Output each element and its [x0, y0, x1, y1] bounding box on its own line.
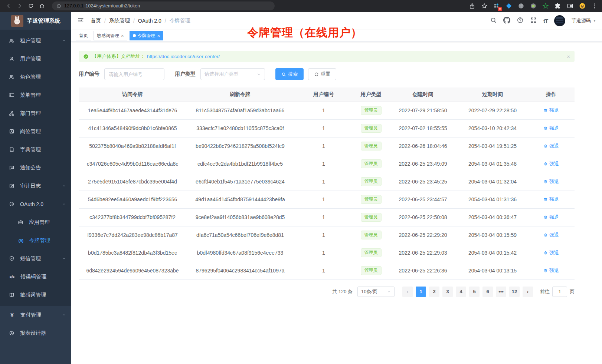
share-icon[interactable]: [468, 2, 476, 10]
gray-circle-extension-icon[interactable]: [517, 2, 525, 10]
github-icon[interactable]: [503, 17, 510, 25]
extension-grid-icon[interactable]: 9: [493, 2, 500, 10]
browser-reload-button[interactable]: [26, 1, 36, 10]
close-icon[interactable]: ×: [121, 33, 124, 38]
sidebar-item-report-designer[interactable]: 报表设计器: [0, 324, 71, 342]
doc-link[interactable]: https://doc.iocoder.cn/user-center/: [147, 54, 220, 59]
sidebar-item-sensitive-word[interactable]: 敏感词管理: [0, 286, 71, 304]
next-page-button[interactable]: ›: [523, 287, 533, 297]
sidebar-item-tenant[interactable]: 租户管理: [0, 32, 71, 50]
sidebar-item-oauth[interactable]: OAuth 2.0: [0, 195, 71, 213]
trash-icon: [543, 233, 548, 237]
caret-down-icon: ▼: [593, 19, 596, 23]
sidebar-item-post[interactable]: 岗位管理: [0, 122, 71, 140]
book-icon: [9, 147, 14, 152]
tab-sensitive-word[interactable]: 敏感词管理×: [94, 31, 127, 40]
force-logout-link[interactable]: 强退: [543, 143, 559, 149]
breadcrumb-oauth[interactable]: OAuth 2.0: [138, 18, 161, 24]
sidebar-item-notice[interactable]: 通知公告: [0, 159, 71, 177]
refresh-token-value: 8796295f04064c2983414cc54af1097a: [196, 268, 284, 274]
user-id-input[interactable]: [104, 68, 164, 80]
shield-check-icon: [9, 256, 14, 261]
sidebar-item-audit-log[interactable]: 审计日志: [0, 177, 71, 195]
user-menu[interactable]: 芋道源码▼: [572, 17, 596, 24]
font-size-icon[interactable]: tT: [543, 18, 548, 24]
diamond-extension-icon[interactable]: [505, 2, 513, 10]
alert-close-icon[interactable]: ×: [567, 53, 570, 60]
browser-forward-button[interactable]: [15, 1, 24, 10]
browser-menu-icon[interactable]: [591, 2, 598, 10]
user-type-badge: 管理员: [361, 213, 382, 222]
search-icon: [281, 72, 286, 77]
access-token-value: c342377bf8b344799dcbf7bf095287f2: [89, 214, 176, 220]
table-row: f9336e7c7dd242a283ee98dc86b17a87 dfa6c71…: [79, 226, 575, 244]
access-token-value: 41c41346a548490f9dc8b01c6bfe0865: [88, 125, 177, 131]
split-screen-icon[interactable]: [566, 2, 574, 10]
sidebar-item-oauth-token[interactable]: (A) 令牌管理: [0, 231, 71, 249]
fullscreen-icon[interactable]: [530, 17, 537, 25]
force-logout-link[interactable]: 强退: [543, 125, 559, 132]
force-logout-link[interactable]: 强退: [543, 249, 559, 256]
page-button-5[interactable]: 5: [469, 287, 480, 297]
site-info-icon[interactable]: [56, 4, 61, 9]
page-button-12[interactable]: 12: [509, 287, 520, 297]
avatar[interactable]: [554, 15, 565, 26]
reset-button[interactable]: 重置: [308, 68, 336, 80]
prev-page-button[interactable]: ‹: [402, 287, 413, 297]
breadcrumb-home[interactable]: 首页: [91, 17, 101, 24]
sidebar-item-dept[interactable]: 部门管理: [0, 104, 71, 122]
col-access-token: 访问令牌: [79, 87, 186, 102]
app-logo: 芋道管理系统: [0, 12, 71, 30]
green-star-extension-icon[interactable]: [542, 2, 549, 10]
page-button-6[interactable]: 6: [482, 287, 493, 297]
sidebar-item-sms[interactable]: 短信管理: [0, 249, 71, 268]
page-button-4[interactable]: 4: [456, 287, 466, 297]
browser-back-button[interactable]: [4, 1, 13, 10]
refresh-token-value: dfa6c71a50a54c66bef706ef9e6e8d81: [196, 232, 284, 238]
force-logout-link[interactable]: 强退: [543, 232, 559, 238]
refresh-token-value: cdfc4ce9c2da4bb1bdf21b9918ff4be5: [197, 161, 283, 167]
browser-home-button[interactable]: [37, 1, 47, 10]
table-row: c347026e805e4d99b0d116eae66eda8c cdfc4ce…: [79, 155, 575, 173]
expire-time-value: 2054-03-04 00:13:15: [468, 268, 517, 274]
search-button[interactable]: 搜索: [275, 68, 304, 80]
sidebar-item-dict[interactable]: 字典管理: [0, 140, 71, 159]
force-logout-link[interactable]: 强退: [543, 214, 559, 221]
create-time-value: 2022-06-25 22:29:03: [399, 250, 447, 256]
force-logout-link[interactable]: 强退: [543, 107, 559, 114]
page-ellipsis[interactable]: •••: [496, 287, 506, 297]
profile-emoji-icon[interactable]: [579, 2, 586, 10]
force-logout-link[interactable]: 强退: [543, 267, 559, 274]
expire-time-value: 2054-03-04 19:51:25: [468, 143, 517, 149]
address-bar[interactable]: 127.0.0.1:1024/system/oauth2/token: [52, 1, 275, 10]
page-button-1[interactable]: 1: [416, 287, 426, 297]
sidebar-item-user[interactable]: 用户管理: [0, 50, 71, 68]
user-type-select[interactable]: 请选择用户类型: [200, 68, 265, 80]
force-logout-link[interactable]: 强退: [543, 196, 559, 203]
bookmark-star-icon[interactable]: [481, 2, 488, 10]
page-size-select[interactable]: 10条/页: [357, 287, 395, 297]
force-logout-link[interactable]: 强退: [543, 161, 559, 167]
page-button-3[interactable]: 3: [442, 287, 453, 297]
green-dot-extension-icon[interactable]: [530, 2, 537, 10]
tab-home[interactable]: 首页: [76, 31, 91, 40]
page-button-2[interactable]: 2: [429, 287, 439, 297]
help-icon[interactable]: [517, 17, 524, 25]
goto-page-input[interactable]: [552, 287, 567, 297]
puzzle-extensions-icon[interactable]: [554, 2, 562, 10]
refresh-token-value: 811c530487574fa0af1a59d3abc1aa66: [196, 107, 285, 113]
sidebar-item-error-code[interactable]: </> 错误码管理: [0, 268, 71, 286]
tab-token-active[interactable]: 令牌管理×: [130, 31, 164, 40]
sidebar-item-oauth-app[interactable]: 应用管理: [0, 213, 71, 231]
sidebar-item-pay[interactable]: ¥ 支付管理: [0, 306, 71, 324]
close-icon[interactable]: ×: [157, 33, 160, 38]
user-type-badge: 管理员: [361, 106, 382, 115]
breadcrumb-system[interactable]: 系统管理: [109, 17, 130, 24]
sidebar-item-menu[interactable]: 菜单管理: [0, 86, 71, 104]
sidebar-collapse-icon[interactable]: [77, 17, 84, 25]
col-user-id: 用户编号: [294, 87, 353, 102]
force-logout-link[interactable]: 强退: [543, 178, 559, 185]
search-icon[interactable]: [490, 17, 497, 25]
sidebar-item-role[interactable]: 角色管理: [0, 68, 71, 86]
pie-chart-icon: [9, 330, 14, 336]
